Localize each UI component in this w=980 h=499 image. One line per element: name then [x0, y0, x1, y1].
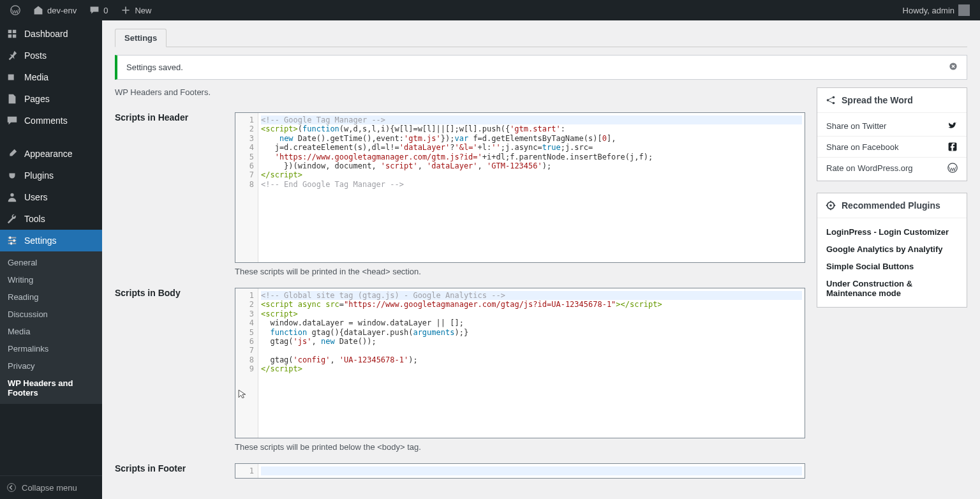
label-header: Scripts in Header: [115, 112, 217, 276]
svg-point-5: [8, 484, 16, 492]
sidebar-item-users[interactable]: Users: [0, 186, 102, 208]
comment-icon: [6, 115, 18, 126]
sidebar-item-label: Plugins: [24, 170, 54, 181]
body-scripts-editor[interactable]: 123456789 <!-- Global site tag (gtag.js)…: [235, 288, 805, 438]
label-footer: Scripts in Footer: [115, 463, 217, 479]
sidebar-item-media[interactable]: Media: [0, 66, 102, 88]
header-scripts-editor[interactable]: 12345678 <!-- Google Tag Manager --><scr…: [235, 112, 805, 263]
dashboard-icon: [6, 28, 18, 40]
svg-point-1: [10, 193, 13, 197]
sidebar-item-tools[interactable]: Tools: [0, 208, 102, 230]
wp-logo[interactable]: [5, 0, 26, 20]
line-gutter: 12345678: [235, 113, 258, 262]
facebook-icon: [947, 142, 958, 152]
spread-title: Spread the Word: [842, 95, 913, 105]
svg-rect-2: [10, 237, 11, 239]
subitem-privacy[interactable]: Privacy: [0, 357, 102, 375]
sidebar-item-label: Users: [24, 192, 48, 202]
page-icon: [6, 93, 18, 105]
sidebar-item-posts[interactable]: Posts: [0, 45, 102, 66]
wordpress-icon: [947, 163, 958, 173]
spread-box: Spread the Word Share on TwitterShare on…: [817, 87, 967, 181]
collapse-menu[interactable]: Collapse menu: [0, 475, 102, 499]
twitter-icon: [947, 121, 958, 131]
recommended-plugin[interactable]: Simple Social Buttons: [817, 258, 967, 275]
sidebar-item-label: Dashboard: [24, 29, 68, 39]
svg-rect-4: [10, 242, 12, 245]
sidebar-item-pages[interactable]: Pages: [0, 88, 102, 110]
sidebar-item-label: Comments: [24, 115, 68, 126]
admin-bar: dev-env 0 New Howdy, admin: [0, 0, 980, 20]
plugin-name: WP Headers and Footers.: [115, 87, 805, 97]
sidebar-item-label: Tools: [24, 214, 45, 224]
recommended-plugin[interactable]: Under Construction & Maintenance mode: [817, 275, 967, 302]
brush-icon: [6, 148, 18, 160]
subitem-writing[interactable]: Writing: [0, 271, 102, 288]
dismiss-button[interactable]: [949, 62, 958, 73]
avatar-icon: [958, 4, 970, 16]
sidebar-item-plugins[interactable]: Plugins: [0, 165, 102, 186]
subitem-permalinks[interactable]: Permalinks: [0, 340, 102, 357]
sidebar-item-settings[interactable]: Settings: [0, 230, 102, 251]
sidebar-item-dashboard[interactable]: Dashboard: [0, 23, 102, 45]
line-gutter: 123456789: [235, 288, 258, 438]
sidebar-item-label: Pages: [24, 94, 50, 104]
content-area: Settings Settings saved. WP Headers and …: [102, 20, 980, 499]
sidebar-item-label: Settings: [24, 235, 57, 246]
mouse-cursor: [238, 389, 247, 398]
sidebar-item-label: Posts: [24, 50, 47, 61]
footer-scripts-editor[interactable]: 1: [235, 463, 805, 479]
sidebar-item-label: Media: [24, 72, 48, 82]
sidebar-item-label: Appearance: [24, 149, 73, 159]
admin-sidebar: DashboardPostsMediaPagesCommentsAppearan…: [0, 20, 102, 499]
svg-point-13: [829, 204, 832, 207]
header-help: These scripts will be printed in the <he…: [235, 267, 805, 276]
subitem-reading[interactable]: Reading: [0, 288, 102, 306]
notice-saved: Settings saved.: [115, 55, 967, 80]
subitem-media[interactable]: Media: [0, 323, 102, 340]
user-icon: [6, 191, 18, 203]
comments-link[interactable]: 0: [84, 0, 113, 20]
recommended-title: Recommended Plugins: [842, 200, 940, 211]
label-body: Scripts in Body: [115, 288, 217, 452]
media-icon: [6, 71, 18, 83]
recommended-plugin[interactable]: Google Analytics by Analytify: [817, 241, 967, 258]
subitem-discussion[interactable]: Discussion: [0, 306, 102, 323]
share-facebook[interactable]: Share on Facebook: [817, 136, 967, 157]
new-link[interactable]: New: [115, 0, 156, 20]
notice-text: Settings saved.: [126, 63, 183, 72]
subitem-wp-headers-and-footers[interactable]: WP Headers and Footers: [0, 375, 102, 401]
svg-rect-3: [13, 239, 15, 242]
line-gutter: 1: [235, 464, 258, 478]
sliders-icon: [6, 235, 18, 246]
recommended-plugin[interactable]: LoginPress - Login Customizer: [817, 223, 967, 241]
sidebar-item-appearance[interactable]: Appearance: [0, 143, 102, 165]
sidebar-item-comments[interactable]: Comments: [0, 110, 102, 131]
site-link[interactable]: dev-env: [28, 0, 82, 20]
pin-icon: [6, 50, 18, 61]
subitem-general[interactable]: General: [0, 254, 102, 271]
share-twitter[interactable]: Share on Twitter: [817, 115, 967, 136]
wrench-icon: [6, 213, 18, 225]
body-help: These scripts will be printed below the …: [235, 442, 805, 452]
share-wordpress[interactable]: Rate on WordPress.org: [817, 157, 967, 178]
plug-icon: [6, 170, 18, 181]
howdy-link[interactable]: Howdy, admin: [898, 0, 975, 20]
tab-settings[interactable]: Settings: [115, 29, 167, 47]
recommended-box: Recommended Plugins LoginPress - Login C…: [817, 193, 967, 308]
